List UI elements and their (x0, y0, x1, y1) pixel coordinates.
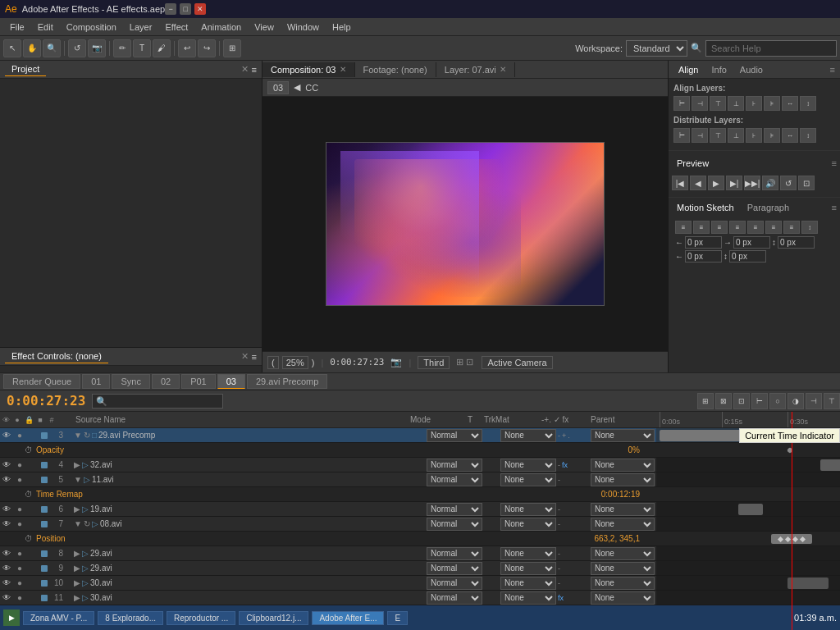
para-indent-input[interactable] (685, 236, 722, 249)
tl-tool-8[interactable]: ⊤ (824, 393, 840, 409)
layer-11-mode-select[interactable]: Normal (427, 591, 482, 605)
layer-4-mode[interactable]: Normal (427, 459, 484, 472)
menu-layer[interactable]: Layer (123, 21, 159, 34)
footage-tab[interactable]: Footage: (none) (355, 62, 436, 77)
layer-11-parent-select[interactable]: None (591, 591, 655, 605)
layer-10-eye[interactable]: 👁 (0, 576, 13, 591)
layer-4-arrow[interactable]: ▶ (74, 460, 80, 469)
zoom-display[interactable]: ( (267, 356, 279, 369)
tool-undo[interactable]: ↩ (178, 39, 196, 57)
layer-5-parent-select[interactable]: None (591, 473, 655, 486)
taskbar-explorador[interactable]: 8 Explorado... (98, 611, 163, 625)
tool-text[interactable]: T (133, 39, 151, 57)
preview-next[interactable]: ▶| (726, 176, 742, 190)
menu-help[interactable]: Help (326, 21, 358, 34)
effect-panel-close[interactable]: ✕ (241, 351, 249, 362)
layer-row[interactable]: 👁 ● 5 ▼ ▷ 11.avi Normal (0, 472, 656, 487)
layer-3-arrow[interactable]: ▼ (74, 431, 82, 440)
layer-11-trkmat[interactable]: None (500, 591, 558, 605)
layer-4-parent-select[interactable]: None (591, 459, 655, 472)
layer-row[interactable]: 👁 ● 10 ▶ ▷ 30.avi Normal None - (0, 576, 656, 591)
dist-extra2[interactable]: ↕ (800, 128, 816, 143)
preview-first[interactable]: |◀ (672, 176, 688, 190)
layer-8-mode[interactable]: Normal (427, 547, 484, 560)
taskbar-clipboard[interactable]: Clipboard12.j... (239, 611, 308, 625)
layer-4-eye[interactable]: 👁 (0, 458, 13, 472)
layer-5-parent[interactable]: None (591, 473, 656, 486)
layer-3-parent[interactable]: None (591, 429, 656, 442)
layer-9-parent[interactable]: None (591, 562, 656, 575)
layer-10-lock[interactable] (26, 576, 39, 591)
para-justify-all2[interactable]: ≡ (783, 221, 800, 234)
preview-menu[interactable]: ≡ (832, 158, 837, 168)
project-panel-close[interactable]: ✕ (241, 64, 249, 75)
tool-hand[interactable]: ✋ (23, 39, 41, 57)
layer-3-switch[interactable]: - (558, 431, 560, 440)
layer-5-arrow[interactable]: ▼ (74, 475, 82, 484)
taskbar-e[interactable]: E (387, 611, 408, 625)
layer-row[interactable]: 👁 ● 11 ▶ ▷ 30.avi Normal None fx (0, 591, 656, 605)
layer-4-mode-select[interactable]: Normal (427, 459, 482, 472)
composition-tab[interactable]: Composition: 03 ✕ (262, 62, 355, 77)
para-align-left[interactable]: ≡ (675, 221, 692, 234)
effect-controls-tab[interactable]: Effect Controls: (none) (5, 349, 108, 363)
layer-5-solo[interactable]: ● (13, 472, 26, 487)
layer-3-eye[interactable]: 👁 (0, 428, 13, 443)
align-bottom[interactable]: ⊧ (764, 96, 780, 111)
layer-9-mode[interactable]: Normal (427, 562, 484, 575)
timeline-ruler[interactable]: 0:00s 0:15s 0:30s 0:45s Current Time Ind… (656, 412, 840, 428)
para-indent2-input[interactable] (685, 250, 722, 262)
layer-tab[interactable]: Layer: 07.avi ✕ (436, 62, 515, 77)
layer-5-lock[interactable] (26, 472, 39, 487)
layer-7-trkmat-select[interactable]: None (500, 518, 556, 531)
layer-row[interactable]: 👁 ● 8 ▶ ▷ 29.avi Normal None - (0, 546, 656, 561)
layer-5-trkmat[interactable]: None (500, 473, 558, 486)
dist-center-v[interactable]: ⊦ (746, 128, 762, 143)
workspace-select[interactable]: Standard (626, 40, 687, 57)
layer-4-parent[interactable]: None (591, 459, 656, 472)
layer-6-arrow[interactable]: ▶ (74, 504, 80, 514)
para-justify-r[interactable]: ≡ (765, 221, 782, 234)
layer-7-switch[interactable]: - (558, 520, 560, 528)
layer-10-parent[interactable]: None (591, 577, 656, 590)
tab-precomp[interactable]: 29.avi Precomp (247, 374, 327, 389)
layer-10-solo[interactable]: ● (13, 576, 26, 591)
align-right[interactable]: ⊤ (710, 96, 726, 111)
layer-4-trkmat-select[interactable]: None (500, 459, 556, 472)
layer-3-opacity-value[interactable]: 0% (628, 445, 656, 454)
layer-8-trkmat[interactable]: None (500, 547, 558, 560)
menu-file[interactable]: File (3, 21, 31, 34)
align-top[interactable]: ⊥ (728, 96, 744, 111)
tool-snap[interactable]: ⊞ (223, 39, 241, 57)
layer-7-eye[interactable]: 👁 (0, 517, 13, 532)
audio-tab[interactable]: Audio (735, 63, 768, 76)
align-center-v[interactable]: ⊦ (746, 96, 762, 111)
tool-pen[interactable]: ✏ (113, 39, 131, 57)
camera-select[interactable]: Active Camera (482, 356, 552, 369)
layer-11-fx[interactable]: fx (558, 594, 564, 602)
para-justify-all[interactable]: ≡ (747, 221, 764, 234)
para-extra-input[interactable] (778, 236, 815, 249)
align-left[interactable]: ⊢ (673, 96, 690, 111)
layer-10-trkmat[interactable]: None (500, 577, 558, 590)
layer-4-fx[interactable]: fx (562, 461, 568, 469)
preview-play[interactable]: ▶ (708, 176, 724, 190)
layer-4-lock[interactable] (26, 458, 39, 472)
info-tab[interactable]: Info (706, 63, 731, 76)
layer-4-solo[interactable]: ● (13, 458, 26, 472)
tab-01[interactable]: 01 (82, 374, 110, 389)
layer-5-timeremap-value[interactable]: 0:00:12:19 (601, 490, 656, 499)
layer-9-parent-select[interactable]: None (591, 562, 655, 575)
para-align-center[interactable]: ≡ (693, 221, 710, 234)
layer-11-solo[interactable]: ● (13, 591, 26, 605)
search-help-input[interactable] (705, 40, 837, 57)
current-time-indicator[interactable] (792, 412, 792, 630)
layer-5-switch[interactable]: - (558, 476, 560, 484)
zoom-value[interactable]: 25% (282, 356, 308, 369)
layer-row[interactable]: 👁 ● 4 ▶ ▷ 32.avi Normal (0, 458, 656, 472)
tool-select[interactable]: ↖ (3, 39, 21, 57)
layer-10-trkmat-select[interactable]: None (500, 577, 556, 590)
layer-11-parent[interactable]: None (591, 591, 656, 605)
layer-7-trkmat[interactable]: None (500, 518, 558, 531)
dist-left[interactable]: ⊢ (673, 128, 690, 143)
